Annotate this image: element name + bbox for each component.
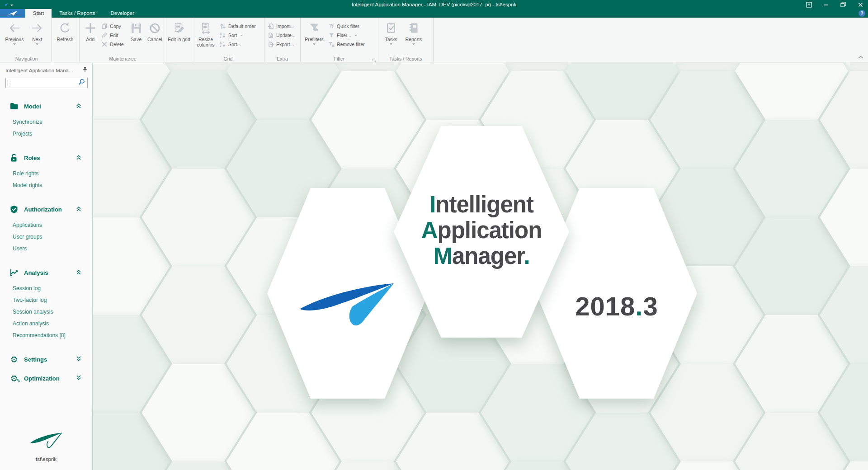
titlebar: Intelligent Application Manager - IAM_DE… [0,0,868,9]
svg-text:Z: Z [220,35,222,38]
collapse-section-icon[interactable] [76,154,81,162]
sidebar-section-model[interactable]: Model [0,101,92,112]
svg-text:A: A [220,41,222,44]
ribbon-group-maintenance: Add Copy Edit Delete Save [80,18,166,62]
group-label-navigation: Navigation [2,56,51,61]
quick-access-caret-icon[interactable] [10,5,13,6]
background-hexagon [820,169,868,266]
product-name-line-1: Intelligent [394,192,569,217]
quick-filter-button[interactable]: Quick filter [326,22,367,31]
notebook-icon [407,21,420,35]
application-menu-button[interactable] [0,9,25,18]
arrow-left-icon [8,21,21,35]
window-title: Intelligent Application Manager - IAM_DE… [0,0,868,9]
sidebar-section-optimization[interactable]: ⚙ ✎ Optimization [0,373,92,384]
sidebar-item-user-groups[interactable]: User groups [0,231,92,243]
filter-stack: Quick filter Filter... Remove filter [326,19,367,49]
minimize-button[interactable] [823,1,829,8]
edit-in-grid-button[interactable]: Edit in grid [168,19,190,42]
tab-start[interactable]: Start [25,9,52,18]
group-label-filter: Filter [301,56,378,61]
background-hexagon [820,461,868,470]
edit-button[interactable]: Edit [99,31,127,40]
plus-icon [85,21,96,35]
sidebar-item-two-factor-log[interactable]: Two-factor log [0,294,92,306]
update-button[interactable]: Update... [266,31,297,40]
ribbon: Previous Next Navigation Refresh [0,18,868,62]
save-button[interactable]: Save [127,19,145,42]
sort-more-button[interactable]: A*Z Sort... [218,40,258,49]
dropdown-caret-icon [354,35,357,36]
prefilters-button[interactable]: Prefilters [302,19,326,45]
tab-tasks-reports[interactable]: Tasks / Reports [52,9,103,18]
tab-developer[interactable]: Developer [103,9,142,18]
sidebar-item-role-rights[interactable]: Role rights [0,168,92,179]
pin-icon[interactable] [82,66,88,75]
collapse-section-icon[interactable] [76,205,81,213]
sort-button[interactable]: AZ Sort [218,31,258,40]
ribbon-group-filter: Prefilters Quick filter Filter... Remove… [301,18,378,62]
collapse-ribbon-button[interactable] [858,52,863,61]
sidebar-section-analysis[interactable]: Analysis [0,267,92,278]
copy-icon [101,23,108,29]
reports-button[interactable]: Reports [402,19,425,45]
import-button[interactable]: Import... [266,22,297,31]
collapse-section-icon[interactable] [76,268,81,277]
add-button[interactable]: Add [81,19,99,42]
sidebar-item-synchronize[interactable]: Synchronize [0,116,92,128]
expand-section-icon[interactable] [76,374,81,382]
copy-button[interactable]: Copy [99,22,127,31]
sidebar-item-users[interactable]: Users [0,243,92,254]
export-button[interactable]: Export... [266,40,297,49]
floppy-icon [130,21,142,35]
group-label-extra: Extra [264,56,300,61]
funnel-x-icon [328,41,335,47]
sidebar-item-session-analysis[interactable]: Session analysis [0,306,92,318]
resize-columns-button[interactable]: Resize columns [193,19,218,47]
filter-dialog-launcher-icon[interactable] [372,56,376,61]
delete-button[interactable]: Delete [99,40,127,49]
help-button[interactable]: ? [859,10,865,17]
ribbon-display-options-icon[interactable] [806,1,812,8]
sidebar-section-roles[interactable]: Roles [0,152,92,163]
sidebar-search [5,78,88,88]
sidebar-item-model-rights[interactable]: Model rights [0,179,92,191]
extra-stack: Import... Update... Export... [266,19,297,49]
collapse-section-icon[interactable] [76,102,81,110]
sidebar-header: Intelligent Application Mana... [5,66,88,75]
cancel-button[interactable]: Cancel [145,19,165,42]
ribbon-group-grid: Resize columns Default order AZ Sort A*Z… [192,18,264,62]
x-icon [101,41,108,47]
restore-button[interactable] [840,1,846,8]
sidebar-section-authorization[interactable]: Authorization [0,204,92,215]
window-controls [806,0,863,9]
previous-button[interactable]: Previous [3,19,26,45]
app-plane-icon [2,2,9,7]
funnel-star-icon [308,21,321,35]
sidebar-item-session-log[interactable]: Session log [0,282,92,294]
dropdown-caret-icon [13,43,16,45]
logged-in-user: tsf\esprik [36,456,57,462]
sidebar-item-applications[interactable]: Applications [0,219,92,231]
shield-check-icon [9,205,19,214]
sidebar-section-settings[interactable]: ⚙ Settings [0,354,92,365]
quick-access-toolbar[interactable] [0,2,13,7]
default-order-button[interactable]: Default order [218,22,258,31]
next-button[interactable]: Next [26,19,48,45]
app-window: { "titlebar": { "title": "Intelligent Ap… [0,0,868,470]
tasks-button[interactable]: Tasks [380,19,402,45]
sidebar: Intelligent Application Mana... Model Sy… [0,63,93,470]
filter-more-button[interactable]: Filter... [326,31,367,40]
remove-filter-button[interactable]: Remove filter [326,40,367,49]
ribbon-group-tasks-reports: Tasks Reports Tasks / Reports [378,18,434,62]
close-button[interactable] [857,1,863,8]
gear-icon: ⚙ [9,355,19,364]
refresh-button[interactable]: Refresh [53,19,77,42]
sidebar-search-input[interactable] [6,78,78,88]
search-icon[interactable] [78,79,85,87]
sidebar-item-recommendations[interactable]: Recommendations [8] [0,329,92,341]
dropdown-caret-icon [36,43,38,45]
sidebar-item-action-analysis[interactable]: Action analysis [0,318,92,329]
sidebar-item-projects[interactable]: Projects [0,128,92,140]
expand-section-icon[interactable] [76,355,81,363]
